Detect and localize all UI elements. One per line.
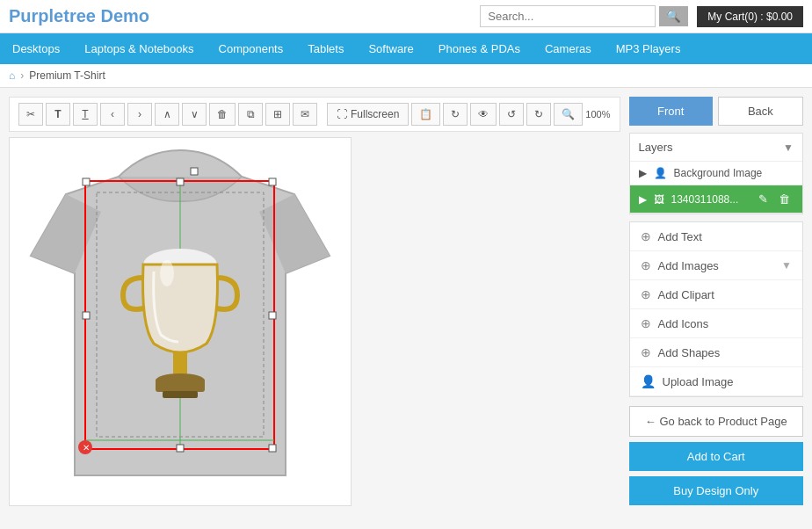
add-shapes-label: Add Shapes: [658, 346, 721, 359]
canvas-area: ✂ T T ‹ › ∧ ∨ 🗑 ⧉ ⊞ ✉ ⛶ Fullscreen 📋 ↻ 👁…: [9, 97, 620, 511]
nav-mp3[interactable]: MP3 Players: [604, 33, 693, 64]
breadcrumb-current: Premium T-Shirt: [29, 69, 105, 82]
layer-expand-icon: ▶: [639, 167, 647, 179]
layer-img-icon: 🖼: [654, 193, 664, 206]
nav-components[interactable]: Components: [207, 33, 296, 64]
tshirt-svg: ✕: [13, 141, 347, 502]
add-icons-icon: ⊕: [641, 316, 651, 330]
svg-rect-19: [163, 391, 198, 398]
duplicate-button[interactable]: ⧉: [238, 103, 263, 126]
header: Purpletree Demo 🔍 My Cart(0) : $0.00: [0, 0, 812, 33]
layer-image[interactable]: ▶ 🖼 1340311088... ✎ 🗑: [630, 185, 803, 214]
layers-dropdown-icon[interactable]: ▼: [783, 141, 794, 154]
design-canvas[interactable]: ✕: [9, 137, 352, 506]
layer-image-actions: ✎ 🗑: [755, 191, 794, 207]
main-nav: Desktops Laptops & Notebooks Components …: [0, 33, 812, 64]
upload-image-icon: 👤: [641, 374, 656, 388]
add-text-label: Add Text: [658, 230, 702, 243]
svg-rect-6: [269, 178, 276, 185]
arrow-left-button[interactable]: ‹: [100, 103, 125, 126]
add-to-cart-button[interactable]: Add to Cart: [629, 442, 804, 471]
svg-rect-4: [83, 178, 90, 185]
layer-bg-icon: 👤: [654, 167, 667, 179]
search-area: 🔍: [480, 5, 688, 27]
arrow-up-button[interactable]: ∧: [155, 103, 179, 126]
layers-header: Layers ▼: [630, 134, 803, 162]
svg-rect-18: [156, 379, 205, 392]
front-button[interactable]: Front: [629, 97, 713, 126]
buy-design-button[interactable]: Buy Design Only: [629, 476, 804, 505]
add-text-row[interactable]: ⊕ Add Text: [630, 222, 803, 251]
undo-button[interactable]: ↺: [499, 103, 524, 126]
add-clipart-row[interactable]: ⊕ Add Clipart: [630, 280, 803, 309]
eye-button[interactable]: 👁: [470, 103, 497, 126]
nav-laptops[interactable]: Laptops & Notebooks: [72, 33, 206, 64]
email-button[interactable]: ✉: [293, 103, 317, 126]
nav-software[interactable]: Software: [356, 33, 425, 64]
go-back-button[interactable]: ← Go back to Product Page: [629, 406, 804, 437]
breadcrumb: ⌂ › Premium T-Shirt: [0, 64, 812, 88]
add-clipart-icon: ⊕: [641, 287, 651, 301]
nav-phones[interactable]: Phones & PDAs: [426, 33, 533, 64]
add-clipart-label: Add Clipart: [658, 288, 714, 301]
add-images-arrow: ▼: [781, 259, 792, 272]
add-images-icon: ⊕: [641, 258, 651, 272]
layer-edit-button[interactable]: ✎: [755, 191, 772, 207]
layer-background[interactable]: ▶ 👤 Background Image: [630, 162, 803, 185]
delete-button[interactable]: 🗑: [209, 103, 236, 126]
bottom-buttons: ← Go back to Product Page Add to Cart Bu…: [629, 406, 804, 511]
site-title: Purpletree Demo: [9, 6, 149, 26]
add-shapes-row[interactable]: ⊕ Add Shapes: [630, 338, 803, 367]
svg-rect-5: [177, 178, 184, 185]
right-panel: Front Back Layers ▼ ▶ 👤 Background Image…: [629, 97, 804, 511]
svg-rect-8: [269, 312, 276, 319]
svg-rect-10: [177, 445, 184, 452]
nav-tablets[interactable]: Tablets: [295, 33, 356, 64]
add-text-icon: ⊕: [641, 229, 651, 243]
cut-button[interactable]: ✂: [18, 103, 43, 126]
back-button[interactable]: Back: [718, 97, 803, 126]
svg-point-20: [160, 260, 174, 286]
add-icons-row[interactable]: ⊕ Add Icons: [630, 309, 803, 338]
breadcrumb-separator: ›: [20, 69, 24, 82]
editor-toolbar: ✂ T T ‹ › ∧ ∨ 🗑 ⧉ ⊞ ✉ ⛶ Fullscreen 📋 ↻ 👁…: [9, 97, 620, 132]
fullscreen-label: Fullscreen: [351, 108, 399, 120]
text-button[interactable]: T: [46, 103, 70, 126]
view-toggle: Front Back: [629, 97, 804, 126]
svg-rect-11: [269, 445, 276, 452]
layer-img-expand-icon: ▶: [639, 193, 647, 206]
layer-bg-label: Background Image: [674, 167, 763, 179]
tool-right-area: 📋 ↻ 👁 ↺ ↻ 🔍 100%: [411, 103, 610, 126]
layers-panel: Layers ▼ ▶ 👤 Background Image ▶ 🖼 134031…: [629, 133, 804, 214]
copy-button[interactable]: 📋: [411, 103, 440, 126]
layer-delete-button[interactable]: 🗑: [775, 191, 794, 207]
arrow-right-button[interactable]: ›: [127, 103, 152, 126]
layer-img-label: 1340311088...: [671, 193, 739, 206]
refresh-button[interactable]: ↻: [443, 103, 468, 126]
svg-rect-12: [191, 168, 198, 175]
add-shapes-icon: ⊕: [641, 345, 651, 359]
svg-rect-7: [83, 312, 90, 319]
search-button[interactable]: 🔍: [659, 6, 688, 26]
breadcrumb-home[interactable]: ⌂: [9, 69, 15, 82]
nav-desktops[interactable]: Desktops: [0, 33, 72, 64]
fullscreen-icon: ⛶: [337, 108, 347, 120]
cart-button[interactable]: My Cart(0) : $0.00: [697, 6, 803, 27]
add-images-label: Add Images: [658, 259, 719, 272]
text-underline-button[interactable]: T: [73, 103, 98, 126]
grid-button[interactable]: ⊞: [265, 103, 290, 126]
search-input[interactable]: [480, 5, 656, 27]
layers-label: Layers: [639, 141, 784, 154]
zoom-label: 100%: [585, 109, 610, 120]
add-icons-label: Add Icons: [658, 317, 709, 330]
nav-cameras[interactable]: Cameras: [533, 33, 604, 64]
fullscreen-button[interactable]: ⛶ Fullscreen: [327, 103, 409, 126]
arrow-down-button[interactable]: ∨: [182, 103, 207, 126]
upload-image-label: Upload Image: [663, 375, 734, 388]
svg-text:✕: ✕: [83, 443, 90, 453]
zoom-button[interactable]: 🔍: [554, 103, 583, 126]
upload-image-row[interactable]: 👤 Upload Image: [630, 367, 803, 396]
main-content: ✂ T T ‹ › ∧ ∨ 🗑 ⧉ ⊞ ✉ ⛶ Fullscreen 📋 ↻ 👁…: [0, 88, 812, 519]
add-images-row[interactable]: ⊕ Add Images ▼: [630, 251, 803, 280]
redo-button[interactable]: ↻: [526, 103, 551, 126]
